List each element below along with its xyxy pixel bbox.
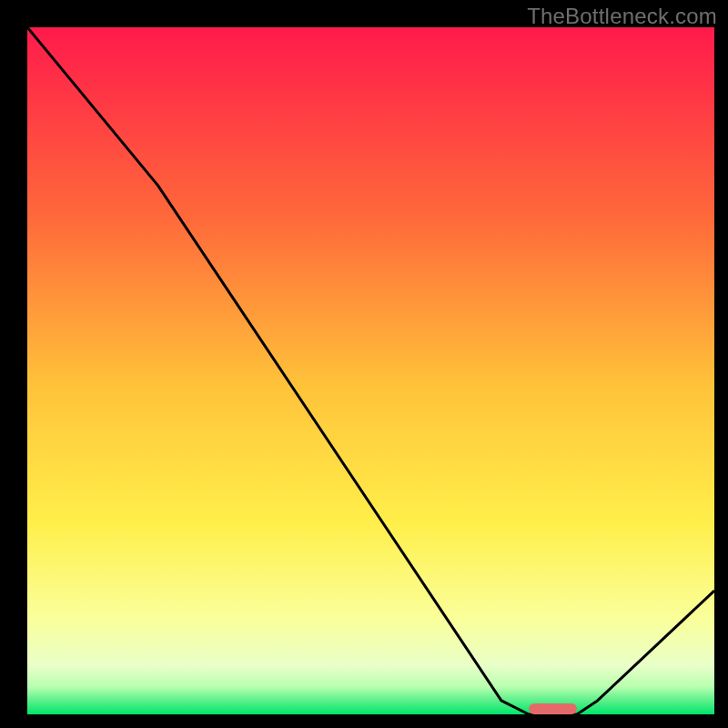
marker-pill bbox=[529, 703, 577, 714]
chart-svg bbox=[27, 27, 714, 714]
optimal-marker bbox=[529, 703, 577, 714]
plot-area bbox=[27, 27, 714, 714]
watermark-text: TheBottleneck.com bbox=[527, 4, 717, 29]
chart-frame: TheBottleneck.com bbox=[0, 0, 728, 728]
gradient-background bbox=[27, 27, 714, 714]
